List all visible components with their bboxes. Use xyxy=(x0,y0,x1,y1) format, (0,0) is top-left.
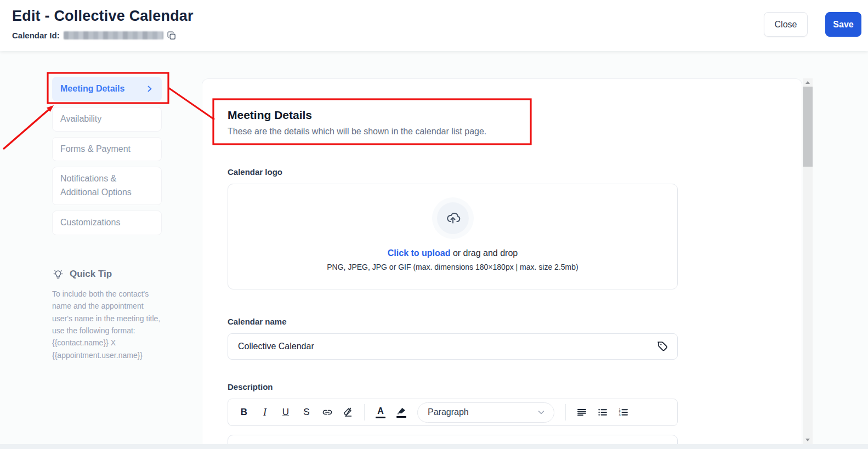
numbered-list-icon: 1. 2. 3. xyxy=(618,407,629,418)
upload-circle xyxy=(437,202,469,234)
annotation-arrow-line xyxy=(3,109,49,149)
sidebar-item-label: Customizations xyxy=(60,216,120,230)
quick-tip-header: Quick Tip xyxy=(52,268,162,280)
highlight-color-button[interactable] xyxy=(393,403,410,421)
highlight-icon xyxy=(396,407,406,415)
page-header: Edit - Collective Calendar Calendar Id: … xyxy=(0,0,868,51)
strikethrough-button[interactable]: S xyxy=(298,403,315,421)
quick-tip-text: To include both the contact's name and t… xyxy=(52,288,161,361)
calendar-name-input[interactable] xyxy=(228,333,678,360)
calendar-id-redacted-value xyxy=(64,31,163,39)
section-subtitle: These are the details which will be show… xyxy=(228,127,678,137)
scroll-up-icon[interactable] xyxy=(803,78,813,87)
clear-formatting-button[interactable] xyxy=(340,403,356,421)
clear-format-icon xyxy=(343,407,354,418)
scroll-down-icon[interactable] xyxy=(803,436,813,444)
sidebar-item-label: Notifications & Additional Options xyxy=(60,172,154,200)
logo-upload-dropzone[interactable]: Click to upload or drag and drop PNG, JP… xyxy=(228,184,678,289)
copy-icon[interactable] xyxy=(167,31,176,40)
panel-content: Meeting Details These are the details wh… xyxy=(228,79,678,449)
save-button[interactable]: Save xyxy=(825,12,861,37)
sidebar-item-availability[interactable]: Availability xyxy=(52,107,162,132)
underline-button[interactable]: U xyxy=(277,403,294,421)
align-left-button[interactable] xyxy=(574,403,590,421)
viewport-bottom-strip xyxy=(0,444,868,449)
bullet-list-button[interactable] xyxy=(594,403,611,421)
scrollbar-thumb[interactable] xyxy=(803,87,813,167)
drag-drop-text: or drag and drop xyxy=(450,248,518,258)
quick-tip: Quick Tip To include both the contact's … xyxy=(52,268,162,361)
sidebar-item-label: Availability xyxy=(60,112,101,126)
section-title: Meeting Details xyxy=(228,109,678,122)
tag-icon[interactable] xyxy=(657,340,669,353)
italic-button[interactable]: I xyxy=(257,403,273,421)
text-color-bar xyxy=(376,417,385,418)
sidebar-item-meeting-details[interactable]: Meeting Details xyxy=(52,77,162,101)
link-icon xyxy=(322,407,333,418)
sidebar-item-customizations[interactable]: Customizations xyxy=(52,211,162,235)
calendar-id-label: Calendar Id: xyxy=(12,31,60,40)
page-title: Edit - Collective Calendar xyxy=(12,8,194,25)
description-label: Description xyxy=(228,382,678,391)
quick-tip-title: Quick Tip xyxy=(70,269,112,280)
numbered-list-button[interactable]: 1. 2. 3. xyxy=(615,403,632,421)
chevron-down-icon xyxy=(537,408,545,416)
bullet-list-icon xyxy=(597,407,608,418)
calendar-name-field xyxy=(228,333,678,360)
align-left-icon xyxy=(576,407,587,418)
meeting-details-panel: Meeting Details These are the details wh… xyxy=(202,78,802,449)
cloud-upload-icon xyxy=(445,210,461,226)
chevron-right-icon xyxy=(146,85,154,93)
click-to-upload-link[interactable]: Click to upload xyxy=(388,248,451,258)
vertical-scrollbar[interactable] xyxy=(803,78,813,444)
upload-instruction: Click to upload or drag and drop xyxy=(388,248,518,258)
paragraph-style-dropdown[interactable]: Paragraph xyxy=(417,402,554,423)
text-color-glyph: A xyxy=(377,407,384,416)
text-color-button[interactable]: A xyxy=(372,403,389,421)
toolbar-divider xyxy=(565,404,566,420)
sidebar-item-notifications-additional-options[interactable]: Notifications & Additional Options xyxy=(52,167,162,205)
sidebar-item-forms-payment[interactable]: Forms & Payment xyxy=(52,137,162,162)
bulb-icon xyxy=(52,268,64,280)
sidebar-item-label: Forms & Payment xyxy=(60,143,131,156)
calendar-logo-label: Calendar logo xyxy=(228,167,678,177)
settings-sidebar: Meeting Details Availability Forms & Pay… xyxy=(52,77,162,361)
highlight-color-bar xyxy=(396,416,406,418)
bold-button[interactable]: B xyxy=(236,403,252,421)
svg-text:3.: 3. xyxy=(619,413,622,417)
header-actions: Close Save xyxy=(764,12,861,37)
toolbar-divider xyxy=(364,404,365,420)
close-button[interactable]: Close xyxy=(764,12,808,37)
paragraph-style-value: Paragraph xyxy=(428,407,469,417)
calendar-name-label: Calendar name xyxy=(228,317,678,326)
upload-hint: PNG, JPEG, JPG or GIF (max. dimensions 1… xyxy=(327,263,578,271)
rich-text-toolbar: B I U S A xyxy=(228,399,678,426)
sidebar-item-label: Meeting Details xyxy=(60,82,124,96)
link-button[interactable] xyxy=(319,403,336,421)
calendar-id-row: Calendar Id: xyxy=(12,31,176,40)
